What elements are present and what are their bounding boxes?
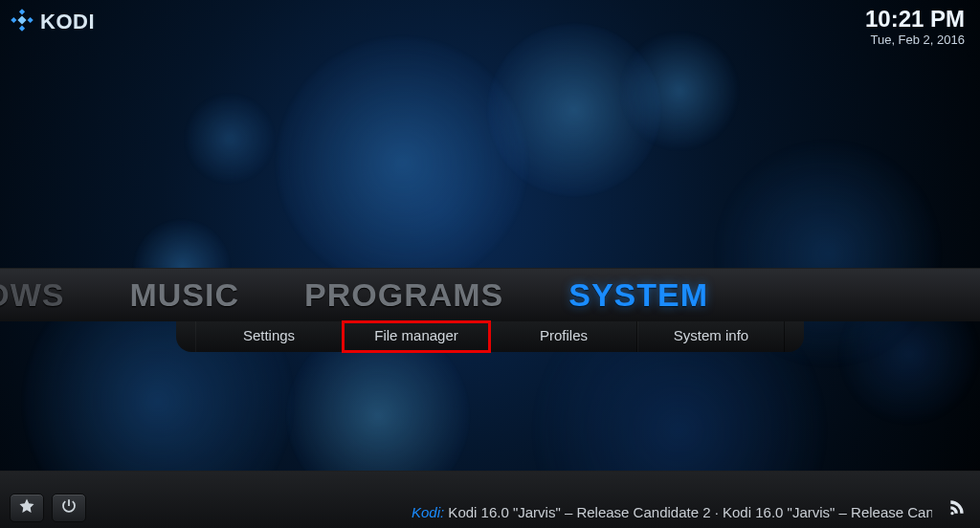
news-ticker: Kodi: Kodi 16.0 "Jarvis" – Release Candi… <box>412 504 932 520</box>
main-menu: SHOWS MUSIC PROGRAMS SYSTEM <box>0 268 980 321</box>
kodi-logo-icon <box>10 8 34 36</box>
submenu-profiles[interactable]: Profiles <box>490 321 637 352</box>
rss-button[interactable] <box>947 497 967 520</box>
svg-rect-0 <box>19 9 25 14</box>
kodi-logo: KODI <box>10 8 95 36</box>
clock: 10:21 PM Tue, Feb 2, 2016 <box>865 6 965 47</box>
news-text: Kodi 16.0 "Jarvis" – Release Candidate 2… <box>444 504 932 520</box>
bottom-bar: Kodi: Kodi 16.0 "Jarvis" – Release Candi… <box>0 471 980 528</box>
favorites-button[interactable] <box>10 494 44 522</box>
clock-date: Tue, Feb 2, 2016 <box>865 33 965 47</box>
submenu-system-info[interactable]: System info <box>637 321 785 352</box>
menu-shows[interactable]: SHOWS <box>0 276 97 314</box>
svg-rect-1 <box>11 17 16 23</box>
power-icon <box>60 497 78 518</box>
clock-time: 10:21 PM <box>865 6 965 33</box>
svg-rect-2 <box>28 17 33 23</box>
menu-system[interactable]: SYSTEM <box>536 276 741 314</box>
star-icon <box>18 497 35 518</box>
power-button[interactable] <box>52 494 86 522</box>
svg-rect-4 <box>17 15 26 24</box>
submenu-file-manager[interactable]: File manager <box>343 321 490 352</box>
submenu-settings[interactable]: Settings <box>195 321 343 352</box>
menu-music[interactable]: MUSIC <box>97 276 272 314</box>
svg-rect-3 <box>19 26 25 32</box>
submenu: Settings File manager Profiles System in… <box>176 321 804 352</box>
rss-icon <box>947 503 967 519</box>
menu-programs[interactable]: PROGRAMS <box>272 276 536 314</box>
news-label: Kodi: <box>412 504 444 520</box>
kodi-logo-text: KODI <box>40 10 95 34</box>
